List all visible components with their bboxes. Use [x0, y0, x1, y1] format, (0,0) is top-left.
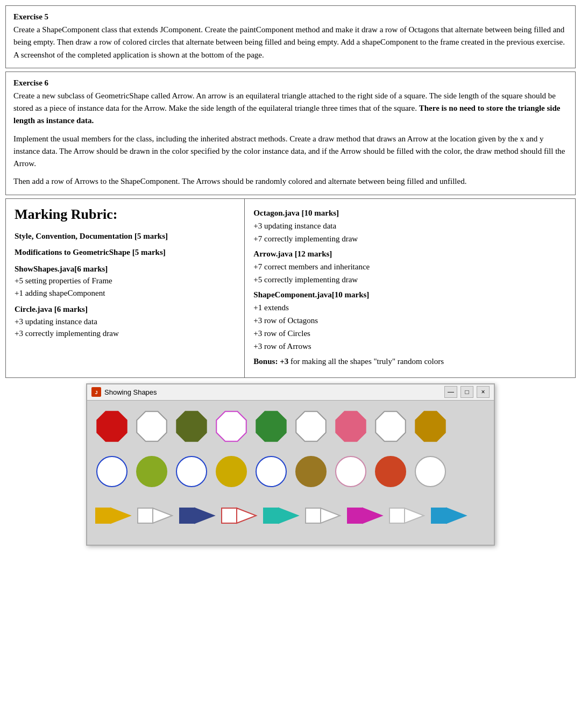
svg-marker-35: [405, 508, 424, 523]
window-title: Showing Shapes: [104, 388, 157, 396]
arrow-item-5: [303, 498, 342, 537]
arrow-item-3: [219, 498, 258, 537]
circle-item-5: [293, 453, 329, 490]
svg-rect-20: [96, 508, 111, 523]
rubric-bonus: Bonus: +3 for making all the shapes "tru…: [253, 355, 566, 368]
window-titlebar: J Showing Shapes — □ ×: [87, 384, 494, 401]
rubric-showshapes: ShowShapes.java[6 marks] +5 setting prop…: [15, 263, 236, 299]
exercise6-para3: Then add a row of Arrows to the ShapeCom…: [13, 175, 568, 188]
app-window: J Showing Shapes — □ ×: [86, 383, 495, 546]
svg-marker-6: [256, 411, 286, 441]
circle-item-1: [133, 453, 170, 490]
svg-rect-34: [389, 508, 405, 523]
rubric-circle: Circle.java [6 marks] +3 updating instan…: [15, 303, 236, 340]
svg-rect-30: [306, 508, 321, 523]
rubric-geom: Modifications to GeometricShape [5 marks…: [15, 246, 236, 259]
arrow-item-1: [136, 498, 174, 537]
octagon-item-1: [133, 408, 170, 445]
svg-point-15: [256, 456, 286, 487]
arrow-item-0: [94, 498, 132, 537]
svg-marker-31: [321, 508, 340, 523]
titlebar-left: J Showing Shapes: [91, 387, 157, 397]
svg-point-16: [296, 456, 326, 487]
svg-marker-10: [415, 411, 445, 441]
svg-marker-25: [195, 508, 214, 523]
close-button[interactable]: ×: [477, 386, 490, 398]
svg-point-19: [415, 456, 445, 487]
svg-marker-5: [216, 411, 246, 441]
titlebar-controls: — □ ×: [444, 386, 490, 398]
svg-marker-8: [336, 411, 365, 441]
rubric-right: Octagon.java [10 marks] +3 updating inst…: [245, 199, 575, 377]
arrow-item-6: [345, 498, 384, 537]
exercise5-text: Create a ShapeComponent class that exten…: [13, 24, 568, 61]
exercise6-content: Create a new subclass of GeometricShape …: [13, 90, 568, 188]
octagon-item-0: [94, 408, 130, 445]
svg-rect-24: [180, 508, 195, 523]
svg-point-11: [97, 456, 127, 487]
java-icon: J: [91, 387, 101, 397]
rubric-arrow: Arrow.java [12 marks] +7 correct members…: [253, 247, 566, 286]
circle-item-6: [332, 453, 369, 490]
svg-marker-21: [111, 508, 130, 523]
exercise6-box: Exercise 6 Create a new subclass of Geom…: [5, 72, 576, 195]
svg-marker-3: [137, 411, 166, 441]
svg-marker-4: [176, 411, 206, 441]
exercise5-title: Exercise 5: [13, 12, 568, 22]
svg-marker-2: [97, 411, 126, 441]
arrow-item-4: [261, 498, 300, 537]
svg-marker-9: [375, 411, 405, 441]
svg-marker-33: [363, 508, 382, 523]
octagons-row: [94, 406, 487, 447]
circle-item-4: [253, 453, 289, 490]
circle-item-2: [173, 453, 210, 490]
octagon-item-4: [253, 408, 289, 445]
octagon-item-5: [293, 408, 329, 445]
svg-marker-23: [153, 508, 172, 523]
svg-rect-22: [138, 508, 153, 523]
arrow-item-7: [387, 498, 426, 537]
svg-rect-32: [348, 508, 363, 523]
svg-rect-26: [222, 508, 237, 523]
minimize-button[interactable]: —: [444, 386, 457, 398]
octagon-item-7: [372, 408, 409, 445]
svg-marker-27: [237, 508, 256, 523]
svg-marker-29: [279, 508, 298, 523]
arrow-item-2: [178, 498, 216, 537]
window-content: [87, 401, 494, 545]
rubric-section: Marking Rubric: Style, Convention, Docum…: [5, 198, 576, 378]
svg-point-14: [216, 456, 246, 487]
svg-point-13: [176, 456, 207, 487]
octagon-item-8: [412, 408, 449, 445]
circle-item-7: [372, 453, 409, 490]
circles-row: [94, 451, 487, 492]
rubric-left: Marking Rubric: Style, Convention, Docum…: [6, 199, 245, 377]
svg-point-18: [375, 456, 406, 487]
rubric-style: Style, Convention, Documentation [5 mark…: [15, 230, 236, 242]
arrow-item-8: [429, 498, 468, 537]
rubric-shapecomp: ShapeComponent.java[10 marks] +1 extends…: [253, 288, 566, 353]
exercise6-title: Exercise 6: [13, 78, 568, 88]
svg-point-12: [137, 456, 167, 487]
arrows-row: [94, 496, 487, 539]
circle-item-8: [412, 453, 449, 490]
circle-item-0: [94, 453, 130, 490]
svg-rect-28: [264, 508, 279, 523]
octagon-item-6: [332, 408, 369, 445]
svg-rect-36: [431, 508, 447, 523]
octagon-item-3: [213, 408, 250, 445]
svg-marker-7: [296, 411, 325, 441]
exercise6-para2: Implement the usual members for the clas…: [13, 133, 568, 170]
rubric-octagon: Octagon.java [10 marks] +3 updating inst…: [253, 206, 566, 245]
exercise5-box: Exercise 5 Create a ShapeComponent class…: [5, 5, 576, 68]
svg-marker-37: [447, 508, 466, 523]
window-container: J Showing Shapes — □ ×: [5, 383, 576, 546]
svg-point-17: [336, 456, 366, 487]
svg-text:J: J: [95, 390, 97, 395]
rubric-title: Marking Rubric:: [15, 206, 236, 223]
exercise6-para1: Create a new subclass of GeometricShape …: [13, 90, 568, 127]
octagon-item-2: [173, 408, 210, 445]
circle-item-3: [213, 453, 250, 490]
restore-button[interactable]: □: [460, 386, 473, 398]
